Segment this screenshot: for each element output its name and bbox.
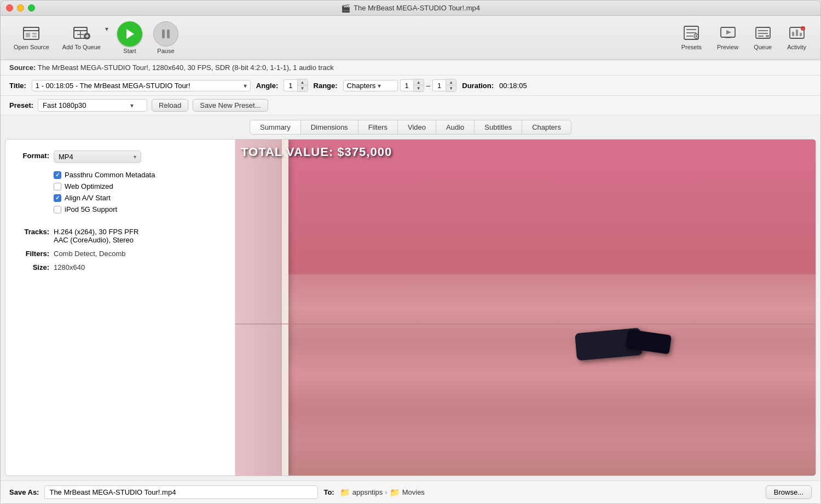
start-button-group: Start bbox=[112, 19, 148, 56]
floor-line bbox=[235, 323, 816, 325]
svg-rect-4 bbox=[32, 33, 37, 34]
range-start-stepper[interactable]: 1 ▲ ▼ bbox=[400, 79, 424, 92]
toolbar: Open Source ▾ bbox=[1, 16, 820, 60]
range-end-up[interactable]: ▲ bbox=[446, 79, 456, 85]
titlebar: 🎬 The MrBeast MEGA-STUDIO Tour!.mp4 bbox=[1, 1, 820, 16]
checkbox-passthru[interactable]: Passthru Common Metadata bbox=[54, 171, 155, 179]
window-title-text: The MrBeast MEGA-STUDIO Tour!.mp4 bbox=[354, 4, 480, 12]
queue-button[interactable]: Queue bbox=[746, 23, 779, 53]
reload-button[interactable]: Reload bbox=[152, 99, 188, 112]
add-queue-label: Add To Queue bbox=[62, 44, 101, 50]
range-start-down[interactable]: ▼ bbox=[414, 85, 424, 91]
angle-value: 1 bbox=[284, 79, 297, 91]
queue-icon bbox=[755, 25, 771, 42]
presets-label: Presets bbox=[681, 44, 702, 50]
tab-audio[interactable]: Audio bbox=[436, 120, 475, 135]
checkbox-group: Passthru Common Metadata Web Optimized A… bbox=[54, 171, 155, 213]
passthru-label: Passthru Common Metadata bbox=[65, 171, 155, 179]
title-select-chevron bbox=[244, 82, 247, 90]
save-as-label: Save As: bbox=[9, 488, 39, 496]
presets-icon bbox=[683, 25, 699, 42]
path-display: 📁 appsntips › 📁 Movies bbox=[340, 488, 425, 497]
preview-button[interactable]: Preview bbox=[709, 23, 746, 53]
path-separator: › bbox=[385, 488, 387, 496]
filters-row: Filters: Comb Detect, Decomb bbox=[16, 250, 224, 258]
svg-rect-31 bbox=[796, 30, 798, 36]
ipod-checkbox[interactable] bbox=[54, 206, 61, 213]
path-folder1: appsntips bbox=[352, 488, 383, 496]
svg-rect-5 bbox=[32, 36, 37, 37]
doc-icon: 🎬 bbox=[341, 4, 350, 13]
checkboxes-row: Passthru Common Metadata Web Optimized A… bbox=[16, 171, 224, 213]
format-chevron: ▾ bbox=[134, 154, 136, 160]
tracks-row: Tracks: H.264 (x264), 30 FPS PFR AAC (Co… bbox=[16, 228, 224, 244]
tracks-line2: AAC (CoreAudio), Stereo bbox=[54, 236, 138, 244]
range-start-up[interactable]: ▲ bbox=[414, 79, 424, 85]
save-as-input[interactable] bbox=[44, 485, 318, 499]
angle-up[interactable]: ▲ bbox=[298, 79, 308, 85]
tab-subtitles[interactable]: Subtitles bbox=[475, 120, 522, 135]
open-source-icon bbox=[22, 25, 40, 43]
align-av-label: Align A/V Start bbox=[65, 194, 111, 202]
duration-label: Duration: bbox=[462, 82, 494, 90]
size-row: Size: 1280x640 bbox=[16, 263, 224, 271]
source-label: Source: bbox=[9, 63, 36, 72]
preset-select[interactable]: Fast 1080p30 bbox=[38, 99, 147, 112]
browse-button[interactable]: Browse... bbox=[766, 485, 812, 499]
tab-dimensions[interactable]: Dimensions bbox=[301, 120, 359, 135]
checkbox-web-optimized[interactable]: Web Optimized bbox=[54, 182, 155, 190]
format-select[interactable]: MP4 ▾ bbox=[54, 150, 141, 163]
open-source-button[interactable]: Open Source bbox=[7, 23, 56, 53]
svg-rect-32 bbox=[800, 33, 802, 36]
maximize-button[interactable] bbox=[28, 4, 35, 11]
range-end-down[interactable]: ▼ bbox=[446, 85, 456, 91]
source-bar: Source: The MrBeast MEGA-STUDIO Tour!, 1… bbox=[1, 60, 820, 76]
angle-stepper[interactable]: 1 ▲ ▼ bbox=[284, 79, 308, 92]
passthru-checkbox[interactable] bbox=[54, 171, 61, 179]
toolbar-right: Presets Preview bbox=[674, 23, 814, 53]
align-av-checkbox[interactable] bbox=[54, 194, 61, 202]
preset-chevron bbox=[130, 101, 134, 109]
angle-down[interactable]: ▼ bbox=[298, 85, 308, 91]
range-type-chevron bbox=[378, 82, 381, 90]
range-type-value: Chapters bbox=[347, 82, 376, 90]
tab-filters[interactable]: Filters bbox=[359, 120, 398, 135]
save-new-preset-button[interactable]: Save New Preset... bbox=[193, 99, 268, 112]
ipod-label: iPod 5G Support bbox=[65, 205, 117, 213]
open-source-label: Open Source bbox=[14, 44, 49, 50]
title-row: Title: 1 - 00:18:05 - The MrBeast MEGA-S… bbox=[1, 76, 820, 96]
range-start-buttons: ▲ ▼ bbox=[413, 79, 424, 92]
preview-label: Preview bbox=[717, 44, 738, 50]
presets-button[interactable]: Presets bbox=[674, 23, 709, 53]
checkbox-ipod[interactable]: iPod 5G Support bbox=[54, 205, 155, 213]
preset-label: Preset: bbox=[9, 101, 33, 109]
range-type-select[interactable]: Chapters bbox=[343, 80, 398, 91]
video-door bbox=[282, 140, 288, 476]
activity-label: Activity bbox=[787, 44, 806, 50]
video-background: TOTAL VALUE: $375,000 bbox=[235, 140, 816, 476]
tab-chapters[interactable]: Chapters bbox=[522, 120, 571, 135]
video-overlay-text: TOTAL VALUE: $375,000 bbox=[241, 145, 392, 159]
activity-button[interactable]: ! Activity bbox=[779, 23, 814, 53]
add-to-queue-button[interactable]: ▾ Add To Queue bbox=[56, 23, 112, 53]
duration-value: 00:18:05 bbox=[499, 82, 527, 90]
pause-button-group: Pause bbox=[148, 19, 184, 56]
title-select[interactable]: 1 - 00:18:05 - The MrBeast MEGA-STUDIO T… bbox=[32, 80, 251, 91]
angle-label: Angle: bbox=[256, 82, 278, 90]
minimize-button[interactable] bbox=[17, 4, 24, 11]
checkboxes-spacer bbox=[16, 171, 49, 172]
range-label: Range: bbox=[314, 82, 338, 90]
title-label: Title: bbox=[9, 82, 26, 90]
tab-summary[interactable]: Summary bbox=[250, 120, 301, 135]
range-end-stepper[interactable]: 1 ▲ ▼ bbox=[432, 79, 456, 92]
tab-video[interactable]: Video bbox=[398, 120, 436, 135]
web-optimized-checkbox[interactable] bbox=[54, 183, 61, 190]
pause-button[interactable] bbox=[153, 21, 178, 47]
range-group: Chapters 1 ▲ ▼ – 1 ▲ ▼ bbox=[343, 79, 457, 92]
start-button[interactable] bbox=[117, 21, 142, 47]
svg-rect-28 bbox=[766, 35, 769, 37]
close-button[interactable] bbox=[6, 4, 13, 11]
checkbox-align-av[interactable]: Align A/V Start bbox=[54, 194, 155, 202]
add-queue-dropdown-icon: ▾ bbox=[105, 25, 108, 33]
content-panel: Format: MP4 ▾ Passthru Common Metadata bbox=[5, 139, 816, 476]
